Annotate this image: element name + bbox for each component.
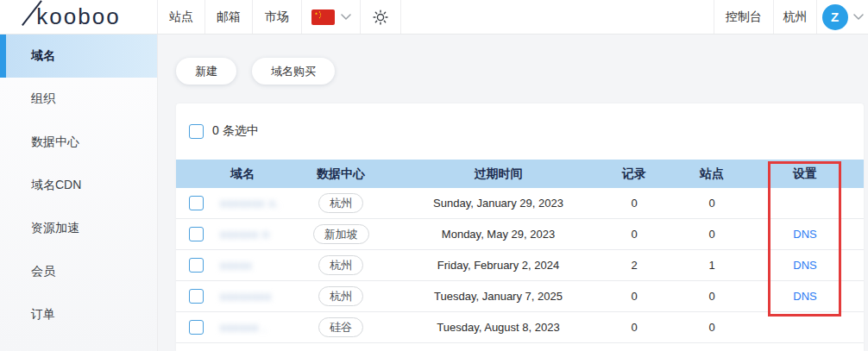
expiry-date: Sunday, January 29, 2023 bbox=[406, 197, 591, 210]
row-checkbox[interactable] bbox=[189, 320, 204, 335]
header-datacenter: 数据中心 bbox=[276, 166, 406, 182]
dns-link[interactable]: DNS bbox=[793, 259, 816, 272]
chevron-down-icon bbox=[341, 14, 351, 21]
expiry-date: Tuesday, August 8, 2023 bbox=[406, 321, 591, 334]
tab-mail[interactable]: 邮箱 bbox=[205, 0, 253, 34]
sidebar-item-organization[interactable]: 组织 bbox=[0, 78, 157, 121]
buy-domain-button[interactable]: 域名购买 bbox=[252, 58, 335, 85]
tab-sites-label: 站点 bbox=[169, 9, 193, 25]
user-menu[interactable]: Z bbox=[817, 0, 868, 34]
sun-icon bbox=[372, 9, 389, 26]
header-domain: 域名 bbox=[209, 166, 276, 182]
domain-list-panel: 0 条选中 域名 数据中心 过期时间 记录 站点 设置 xxxxxxx x. 杭… bbox=[176, 103, 864, 351]
row-checkbox[interactable] bbox=[189, 227, 204, 241]
datacenter-badge: 杭州 bbox=[318, 286, 363, 307]
table-header: 域名 数据中心 过期时间 记录 站点 设置 bbox=[176, 160, 864, 188]
header-sites: 站点 bbox=[677, 166, 746, 182]
datacenter-badge: 杭州 bbox=[318, 193, 363, 214]
sidebar-item-label: 域名 bbox=[31, 48, 55, 64]
kooboo-logo[interactable]: kooboo bbox=[0, 0, 158, 34]
topbar-spacer bbox=[401, 0, 714, 34]
domain-name-redacted: xxxxxxx x. bbox=[220, 197, 280, 210]
sidebar-item-domain-cdn[interactable]: 域名CDN bbox=[0, 164, 157, 207]
china-flag-icon bbox=[311, 9, 335, 25]
sidebar: 域名 组织 数据中心 域名CDN 资源加速 会员 订单 bbox=[0, 34, 158, 351]
datacenter-badge: 杭州 bbox=[318, 255, 363, 276]
selection-row: 0 条选中 bbox=[176, 103, 864, 160]
row-checkbox[interactable] bbox=[189, 196, 204, 210]
datacenter-badge: 硅谷 bbox=[318, 317, 363, 338]
sidebar-item-resource-acceleration[interactable]: 资源加速 bbox=[0, 207, 157, 250]
sidebar-item-label: 数据中心 bbox=[31, 135, 79, 150]
region-label: 杭州 bbox=[783, 9, 808, 25]
sidebar-item-label: 会员 bbox=[31, 264, 55, 279]
tab-market-label: 市场 bbox=[265, 9, 289, 25]
domain-name-redacted: xxxxx bbox=[220, 259, 253, 272]
records-count: 0 bbox=[591, 228, 677, 241]
expiry-date: Tuesday, January 7, 2025 bbox=[406, 290, 591, 303]
action-buttons: 新建 域名购买 bbox=[176, 58, 864, 85]
region-selector[interactable]: 杭州 bbox=[774, 0, 817, 34]
console-label: 控制台 bbox=[726, 9, 762, 25]
row-checkbox[interactable] bbox=[189, 289, 204, 304]
logo-text: kooboo bbox=[36, 3, 120, 30]
tab-market[interactable]: 市场 bbox=[253, 0, 302, 34]
sidebar-item-membership[interactable]: 会员 bbox=[0, 250, 157, 293]
logo-slash-decoration bbox=[22, 0, 41, 25]
table-row: xxxxxxx x. 杭州 Sunday, January 29, 2023 0… bbox=[176, 188, 864, 219]
domain-name-redacted: xxxxxx n bbox=[220, 228, 270, 241]
records-count: 2 bbox=[591, 259, 677, 272]
tab-mail-label: 邮箱 bbox=[217, 9, 241, 25]
sidebar-item-domain[interactable]: 域名 bbox=[0, 34, 157, 78]
table-row: xxxxxxxx 杭州 Tuesday, January 7, 2025 0 0… bbox=[176, 281, 864, 312]
sidebar-item-label: 资源加速 bbox=[31, 221, 79, 236]
records-count: 0 bbox=[591, 290, 677, 303]
header-expiry: 过期时间 bbox=[406, 166, 591, 182]
domain-name-redacted: xxxxxx . bbox=[220, 321, 267, 334]
select-all-checkbox[interactable] bbox=[189, 124, 204, 139]
sites-count: 0 bbox=[677, 290, 746, 303]
topbar: kooboo 站点 邮箱 市场 控制台 杭州 Z bbox=[0, 0, 868, 34]
sidebar-item-orders[interactable]: 订单 bbox=[0, 293, 157, 336]
new-button[interactable]: 新建 bbox=[176, 58, 236, 85]
sites-count: 1 bbox=[677, 259, 746, 272]
theme-toggle-button[interactable] bbox=[361, 0, 401, 34]
console-link[interactable]: 控制台 bbox=[714, 0, 774, 34]
datacenter-badge: 新加坡 bbox=[313, 224, 369, 245]
sites-count: 0 bbox=[677, 321, 746, 334]
avatar[interactable]: Z bbox=[822, 4, 848, 30]
table-row: xxxxxx . 硅谷 Tuesday, August 8, 2023 0 0 bbox=[176, 312, 864, 343]
dns-link[interactable]: DNS bbox=[793, 290, 816, 303]
dns-link[interactable]: DNS bbox=[793, 228, 816, 241]
header-records: 记录 bbox=[591, 166, 677, 182]
sidebar-item-datacenter[interactable]: 数据中心 bbox=[0, 121, 157, 164]
user-chevron-down-icon bbox=[853, 14, 864, 21]
language-selector[interactable] bbox=[302, 0, 361, 34]
selection-count-label: 0 条选中 bbox=[212, 123, 259, 139]
expiry-date: Monday, May 29, 2023 bbox=[406, 228, 591, 241]
sites-count: 0 bbox=[677, 197, 746, 210]
sidebar-item-label: 组织 bbox=[31, 91, 55, 107]
table-row: xxxxx 杭州 Friday, February 2, 2024 2 1 DN… bbox=[176, 250, 864, 281]
records-count: 0 bbox=[591, 197, 677, 210]
sidebar-item-label: 订单 bbox=[31, 307, 55, 323]
records-count: 0 bbox=[591, 321, 677, 334]
sites-count: 0 bbox=[677, 228, 746, 241]
tab-sites[interactable]: 站点 bbox=[158, 0, 205, 34]
table-row: xxxxxx n 新加坡 Monday, May 29, 2023 0 0 DN… bbox=[176, 219, 864, 250]
domain-name-redacted: xxxxxxxx bbox=[220, 290, 272, 303]
expiry-date: Friday, February 2, 2024 bbox=[406, 259, 591, 272]
main-content: 新建 域名购买 0 条选中 域名 数据中心 过期时间 记录 站点 设置 xxxx… bbox=[158, 34, 868, 351]
row-checkbox[interactable] bbox=[189, 258, 204, 273]
header-settings: 设置 bbox=[746, 166, 864, 182]
sidebar-item-label: 域名CDN bbox=[31, 178, 81, 193]
